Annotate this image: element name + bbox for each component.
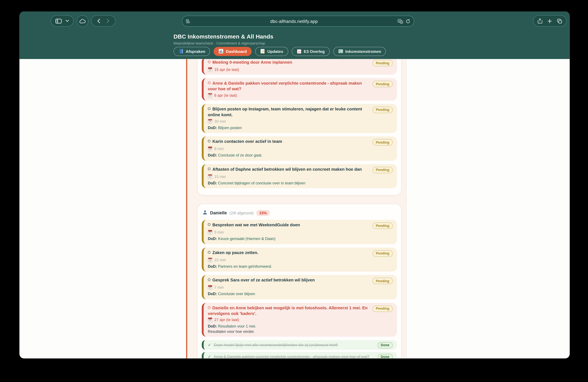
task-due-row: 30 mei [208, 119, 393, 124]
chevron-down-icon [65, 20, 69, 22]
status-badge: Pending [372, 222, 393, 229]
translate-icon[interactable]: A x [398, 19, 403, 23]
zoom-window-button[interactable] [40, 19, 45, 23]
new-tab-icon[interactable] [548, 19, 552, 23]
task-due-row: 15 mei [208, 257, 393, 262]
svg-text:x: x [401, 21, 402, 23]
task-title: Zaken op pauze zetten. [208, 250, 369, 255]
task-due-row: 8 mei [208, 146, 393, 151]
task-due-row: 5 mei [208, 230, 393, 235]
url-text[interactable]: dbc-allhands.netlify.app [190, 19, 398, 23]
task-title: Aftasten of Daphne actief betrokken wil … [208, 166, 369, 172]
person-icon [203, 210, 208, 216]
task-dod: DoD: Conclusie over blijven [208, 291, 393, 297]
tab-label: Inkomstenstromen [345, 49, 381, 54]
tab-label: Dashboard [226, 49, 247, 54]
task-dod: DoD: Blijven posten [208, 125, 393, 130]
page-title: DBC Inkomstenstromen & All Hands [173, 33, 273, 40]
sidebar-toggle-button[interactable] [51, 15, 74, 27]
minimize-window-button[interactable] [32, 19, 37, 23]
page-subtitle: Maandelijkse teamcheck · Commitment & ei… [173, 41, 265, 45]
screen: dbc-allhands.netlify.app A x [0, 0, 588, 382]
task-dod-label: DoD: [208, 264, 217, 268]
calendar-icon [208, 146, 212, 151]
browser-chrome: dbc-allhands.netlify.app A x [20, 11, 570, 59]
tab-dashboard[interactable]: Dashboard [214, 47, 252, 56]
person-section: Danielle(2/6 afgerond)33%Bespreken wat w… [197, 204, 402, 358]
reader-icon[interactable] [186, 19, 190, 23]
status-badge: Pending [372, 139, 393, 146]
tab-inkomstenstromen[interactable]: Inkomstenstromen [333, 47, 386, 56]
task-card: Zaken op pauze zetten.Pending15 meiDoD: … [202, 248, 397, 272]
done-task-row: ✓Daan maakt lijstje met alle verantwoord… [202, 340, 397, 350]
task-dod-label: DoD: [208, 126, 217, 130]
task-card: Blijven posten op Instagram, team stimul… [202, 104, 397, 133]
task-due-row: 27 apr (te laat) [208, 317, 393, 322]
memo-icon [260, 49, 265, 54]
task-due-row: 6 apr (te laat) [208, 93, 393, 98]
status-badge: Pending [372, 250, 393, 257]
task-due-date: 6 apr (te laat) [214, 93, 237, 97]
task-bullet-icon [208, 140, 210, 142]
tab-label: Updates [267, 49, 283, 54]
task-title: Karin contacten over actief in team [208, 139, 369, 144]
task-due-date: 15 mei [214, 174, 226, 178]
back-icon[interactable] [97, 19, 100, 23]
person-section-header: Danielle(2/6 afgerond)33% [202, 208, 397, 220]
page-content[interactable]: Meeting 0-meeting door Anne inplannenPen… [20, 59, 570, 358]
task-due-date: 7 mei [214, 285, 224, 289]
task-bullet-icon [208, 306, 210, 309]
tab-updates[interactable]: Updates [255, 47, 288, 56]
task-title: Bespreken wat we met WeekendGuide doen [208, 222, 369, 228]
task-dod: DoD: Partners en team geïnformeerd. [208, 264, 393, 269]
status-badge: Pending [372, 305, 393, 312]
calendar-icon [208, 119, 212, 124]
person-progress-count: (2/6 afgerond) [230, 211, 253, 215]
url-bar[interactable]: dbc-allhands.netlify.app A x [182, 16, 414, 27]
calendar-icon [208, 285, 212, 290]
task-bullet-icon [208, 82, 210, 84]
task-card: Bespreken wat we met WeekendGuide doenPe… [202, 220, 397, 244]
tab-afspraken[interactable]: Afspraken [173, 47, 210, 56]
window-actions-group [533, 15, 567, 27]
forward-icon[interactable] [106, 19, 109, 23]
svg-text:17: 17 [298, 51, 300, 53]
bar-chart-icon [219, 49, 224, 54]
task-card: Meeting 0-meeting door Anne inplannenPen… [202, 59, 397, 75]
done-task-text: Daan maakt lijstje met alle verantwoorde… [214, 343, 375, 347]
share-icon[interactable] [538, 18, 542, 23]
calendar-icon [208, 257, 212, 262]
status-badge: Done [377, 342, 393, 348]
task-dod: DoD: Concreet bijdragen of conclusie ove… [208, 180, 393, 186]
calendar-icon [208, 230, 212, 235]
check-icon: ✓ [208, 343, 211, 347]
status-badge: Pending [372, 107, 393, 113]
task-card: Anne & Danielle pakken voorstel verplich… [202, 78, 397, 100]
world-map-icon [338, 49, 343, 54]
browser-toolbar: dbc-allhands.netlify.app A x [20, 11, 570, 30]
tab-label: E3 Overleg [304, 49, 325, 54]
icloud-tabs-button[interactable] [77, 15, 88, 27]
close-window-button[interactable] [24, 19, 29, 23]
task-due-date: 27 apr (te laat) [214, 318, 239, 322]
task-dod-label: DoD: [208, 181, 217, 185]
tab-overview-icon[interactable] [557, 19, 562, 23]
task-title: Danielle en Anne bekijken wat mogelijk i… [208, 305, 369, 317]
tab-e3-overleg[interactable]: 17E3 Overleg [292, 47, 330, 56]
task-due-date: 30 mei [214, 119, 226, 123]
task-card: Danielle en Anne bekijken wat mogelijk i… [202, 303, 397, 337]
task-bullet-icon [208, 61, 210, 63]
cloud-icon [79, 19, 86, 23]
book-icon [178, 49, 184, 54]
task-dod: DoD: Resultaten voor 1 mei.Resultaten vo… [208, 324, 393, 334]
reload-icon[interactable] [406, 19, 410, 23]
task-due-date: 15 mei [214, 258, 226, 262]
task-bullet-icon [208, 251, 210, 253]
task-title: Anne & Danielle pakken voorstel verplich… [208, 80, 369, 92]
browser-window: dbc-allhands.netlify.app A x [20, 11, 570, 359]
task-due-row: 7 mei [208, 285, 393, 290]
page-header: DBC Inkomstenstromen & All Hands Maandel… [20, 30, 570, 59]
dashboard-column: Meeting 0-meeting door Anne inplannenPen… [186, 59, 406, 358]
task-title: Blijven posten op Instagram, team stimul… [208, 106, 369, 118]
task-dod: DoD: Conclusie of ze door gaat. [208, 153, 393, 158]
